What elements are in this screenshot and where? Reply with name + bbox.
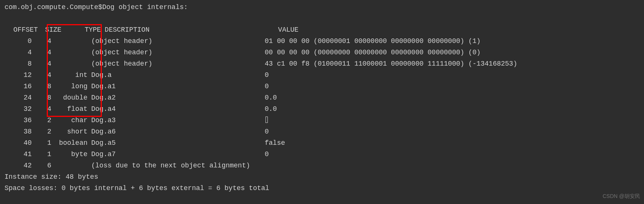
header-row: OFFSETSIZETYPEDESCRIPTIONVALUE [5,13,639,35]
table-row: 44(object header)00 00 00 00 (00000000 0… [5,47,639,58]
cell-value: 0.0 [261,103,277,115]
header-description: DESCRIPTION [101,24,274,35]
cell-size: 8 [32,92,51,103]
cell-size: 2 [32,115,51,126]
cell-offset: 12 [5,69,32,81]
table-row: 426(loss due to the next object alignmen… [5,160,639,171]
table-row: 84(object header)43 c1 00 f8 (01000011 1… [5,58,639,69]
cell-offset: 36 [5,115,32,126]
cell-description: Dog.a6 [87,126,261,137]
space-losses: Space losses: 0 bytes internal + 6 bytes… [5,183,639,194]
cell-type: boolean [51,137,87,149]
header-size: SIZE [41,24,65,35]
object-title: com.obj.compute.Compute$Dog object inter… [5,2,639,13]
cell-type: int [51,69,87,81]
table-row: 362charDog.a3⌷ [5,115,639,126]
cell-type: byte [51,149,87,160]
cell-value: 43 c1 00 f8 (01000011 11000001 00000000 … [261,58,517,69]
cell-description: Dog.a5 [87,137,261,149]
cell-offset: 38 [5,126,32,137]
cell-offset: 24 [5,92,32,103]
cell-offset: 0 [5,35,32,47]
cell-description: Dog.a [87,69,261,81]
cell-value: 0 [261,81,269,92]
table-row: 401booleanDog.a5false [5,137,639,149]
instance-size: Instance size: 48 bytes [5,171,639,183]
cell-value: 0 [261,69,269,81]
table-row: 248doubleDog.a20.0 [5,92,639,103]
cell-value: ⌷ [261,115,269,126]
cell-description: (object header) [87,47,261,58]
cell-value: false [261,137,285,149]
cell-type: float [51,103,87,115]
cell-value: 0 [261,126,269,137]
cell-description: Dog.a3 [87,115,261,126]
cell-offset: 40 [5,137,32,149]
cell-size: 4 [32,47,51,58]
cell-size: 1 [32,149,51,160]
watermark: CSDN @胡安民 [603,190,640,202]
cell-size: 4 [32,58,51,69]
cell-size: 6 [32,160,51,171]
cell-type: double [51,92,87,103]
header-value: VALUE [274,24,299,35]
cell-offset: 42 [5,160,32,171]
data-rows: 04(object header)01 00 00 00 (00000001 0… [5,35,639,171]
table-row: 04(object header)01 00 00 00 (00000001 0… [5,35,639,47]
cell-description: (object header) [87,35,261,47]
cell-size: 1 [32,137,51,149]
cell-value: 01 00 00 00 (00000001 00000000 00000000 … [261,35,481,47]
table-row: 382shortDog.a60 [5,126,639,137]
cell-value: 0 [261,149,269,160]
cell-size: 2 [32,126,51,137]
cell-description: Dog.a2 [87,92,261,103]
cell-value: 00 00 00 00 (00000000 00000000 00000000 … [261,47,481,58]
cell-description: (object header) [87,58,261,69]
cell-type: long [51,81,87,92]
header-type: TYPE [65,24,101,35]
table-row: 411byteDog.a70 [5,149,639,160]
cell-value: 0.0 [261,92,277,103]
table-row: 168longDog.a10 [5,81,639,92]
cell-type: short [51,126,87,137]
header-offset: OFFSET [13,24,41,35]
cell-size: 4 [32,35,51,47]
cell-description: Dog.a1 [87,81,261,92]
cell-type: char [51,115,87,126]
cell-offset: 16 [5,81,32,92]
cell-description: Dog.a7 [87,149,261,160]
cell-offset: 32 [5,103,32,115]
table-row: 324floatDog.a40.0 [5,103,639,115]
cell-description: Dog.a4 [87,103,261,115]
cell-size: 4 [32,103,51,115]
cell-offset: 4 [5,47,32,58]
table-row: 124intDog.a0 [5,69,639,81]
cell-size: 8 [32,81,51,92]
cell-offset: 8 [5,58,32,69]
cell-offset: 41 [5,149,32,160]
cell-size: 4 [32,69,51,81]
cell-description: (loss due to the next object alignment) [87,160,261,171]
